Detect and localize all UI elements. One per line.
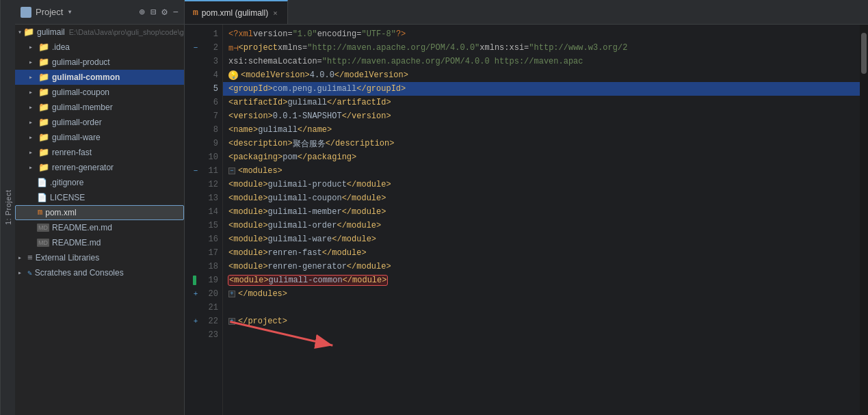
code-line-5: <groupId>com.peng.gulimall</groupId>: [223, 82, 860, 96]
sidebar-title: Project: [36, 7, 63, 17]
pom-label: pom.xml: [45, 208, 76, 217]
tab-label: pom.xml (gulimall): [202, 8, 268, 18]
tab-close-icon[interactable]: ×: [272, 8, 278, 18]
gutter-22: 22: [202, 317, 218, 326]
sidebar-item-renren-fast[interactable]: ▸ 📁 renren-fast: [15, 145, 184, 160]
editor-area: m pom.xml (gulimall) × 1 − 2 3 4: [185, 0, 868, 415]
scrollbar-thumb[interactable]: [861, 33, 867, 74]
folder-ware-icon: 📁: [38, 132, 49, 143]
gutter-mark-19: [193, 276, 196, 285]
idea-label: .idea: [52, 42, 70, 52]
sidebar-item-ext-libs[interactable]: ▸ ≡ External Libraries: [15, 250, 184, 265]
code-line-7: <version>0.0.1-SNAPSHOT</version>: [223, 109, 860, 123]
readme-label: README.md: [52, 238, 101, 247]
code-line-16: <module>gulimall-ware</module>: [223, 232, 860, 246]
code-line-8: <name>gulimall</name>: [223, 123, 860, 137]
code-line-13: <module>gulimall-coupon</module>: [223, 191, 860, 205]
sidebar-item-gulimail-product[interactable]: ▸ 📁 gulimail-product: [15, 55, 184, 70]
code-line-2: m⊣ <project xmlns="http://maven.apache.o…: [223, 41, 860, 55]
gutter-20: 20: [202, 289, 218, 299]
code-line-9: <description>聚合服务</description>: [223, 137, 860, 150]
code-line-18: <module>renren-generator</module>: [223, 260, 860, 273]
tab-bar: m pom.xml (gulimall) ×: [185, 0, 868, 25]
file-license-icon: 📄: [37, 193, 47, 203]
globe-icon[interactable]: ⊕: [139, 6, 144, 18]
code-editor[interactable]: 1 − 2 3 4 5 6 7: [185, 25, 868, 415]
code-line-6: <artifactId>gulimall</artifactId>: [223, 96, 860, 109]
folder-idea-icon: 📁: [38, 42, 49, 53]
sidebar-item-idea[interactable]: ▸ 📁 .idea: [15, 40, 184, 55]
code-line-10: <packaging>pom</packaging>: [223, 150, 860, 164]
ext-libs-label: External Libraries: [36, 253, 99, 263]
arrow-closed8-icon: ▸: [29, 148, 37, 157]
gutter-15: 15: [202, 221, 218, 230]
arrow-closed7-icon: ▸: [29, 133, 37, 142]
scrollbar-track[interactable]: [860, 25, 868, 415]
gutter-1: 1: [202, 29, 218, 39]
code-line-12: <module>gulimail-product</module>: [223, 178, 860, 191]
code-line-15: <module>gulimall-order</module>: [223, 219, 860, 232]
sidebar-item-gulimall-ware[interactable]: ▸ 📁 gulimall-ware: [15, 130, 184, 145]
code-line-20: + </modules>: [223, 287, 860, 301]
gutter-19: 19: [202, 276, 218, 285]
gutter-18: 18: [202, 262, 218, 271]
code-line-11: − <modules>: [223, 164, 860, 178]
gutter-5: 5: [202, 84, 218, 94]
sidebar-item-gulimall-coupon[interactable]: ▸ 📁 gulimall-coupon: [15, 85, 184, 100]
folder-gen-icon: 📁: [38, 162, 49, 173]
sidebar-item-gulimall-order[interactable]: ▸ 📁 gulimall-order: [15, 115, 184, 130]
folder-coupon-icon: 📁: [38, 87, 49, 98]
license-label: LICENSE: [50, 193, 85, 202]
sidebar-item-readme-en[interactable]: MD README.en.md: [15, 220, 184, 235]
arrow-closed6-icon: ▸: [29, 118, 37, 126]
code-line-4: 💡 <modelVersion>4.0.0</modelVersion>: [223, 68, 860, 82]
gutter-2: 2: [202, 43, 218, 53]
gutter-11: 11: [202, 166, 218, 176]
file-tree: ▾ 📁 gulimail E:\Data\Java\pro\guli_shop\…: [15, 25, 184, 415]
code-line-14: <module>gulimall-member</module>: [223, 205, 860, 219]
coupon-label: gulimall-coupon: [52, 88, 109, 97]
pom-icon: m: [38, 208, 42, 217]
folder-gulimail-icon: 📁: [23, 27, 34, 38]
file-git-icon: 📄: [37, 178, 47, 188]
sidebar-item-gulimail[interactable]: ▾ 📁 gulimail E:\Data\Java\pro\guli_shop\…: [15, 25, 184, 40]
dropdown-icon[interactable]: ▾: [67, 7, 72, 17]
sidebar-item-readme[interactable]: MD README.md: [15, 235, 184, 250]
settings-icon[interactable]: ⚙: [161, 6, 167, 18]
arrow-closed3-icon: ▸: [29, 73, 37, 81]
product-label: gulimail-product: [52, 57, 110, 67]
sidebar-header: Project ▾ ⊕ ⊟ ⚙ −: [15, 0, 184, 25]
code-line-17: <module>renren-fast</module>: [223, 246, 860, 260]
arrow-closed-icon: ▸: [29, 43, 37, 51]
sidebar-item-gulimall-common[interactable]: ▸ 📁 gulimall-common: [15, 70, 184, 85]
sidebar-item-gulimall-member[interactable]: ▸ 📁 gulimall-member: [15, 100, 184, 115]
split-icon[interactable]: ⊟: [150, 6, 156, 18]
arrow-scratch-icon: ▸: [18, 269, 26, 277]
gutter-14: 14: [202, 207, 218, 217]
arrow-open-icon: ▾: [18, 28, 22, 36]
sidebar-item-pom-xml[interactable]: m pom.xml: [15, 205, 184, 220]
gutter-21: 21: [202, 303, 218, 312]
minimize-icon[interactable]: −: [173, 7, 179, 18]
active-tab[interactable]: m pom.xml (gulimall) ×: [185, 0, 288, 24]
sidebar-item-scratches[interactable]: ▸ ✎ Scratches and Consoles: [15, 265, 184, 280]
md-en-icon: MD: [37, 224, 49, 232]
code-line-3: xsi:schemaLocation="http://maven.apache.…: [223, 55, 860, 68]
gutter-12: 12: [202, 180, 218, 189]
gutter-10: 10: [202, 152, 218, 162]
gen-label: renren-generator: [52, 163, 114, 172]
arrow-closed5-icon: ▸: [29, 103, 37, 111]
arrow-closed4-icon: ▸: [29, 88, 37, 96]
code-line-22: + </project>: [223, 314, 860, 328]
arrow-closed2-icon: ▸: [29, 58, 37, 66]
ware-label: gulimall-ware: [52, 133, 101, 142]
gutter-6: 6: [202, 98, 218, 107]
sidebar-item-license[interactable]: 📄 LICENSE: [15, 190, 184, 205]
line-numbers-gutter: 1 − 2 3 4 5 6 7: [185, 25, 223, 415]
sidebar-item-gitignore[interactable]: 📄 .gitignore: [15, 175, 184, 190]
gutter-16: 16: [202, 235, 218, 244]
folder-product-icon: 📁: [38, 57, 49, 68]
sidebar-item-renren-generator[interactable]: ▸ 📁 renren-generator: [15, 160, 184, 175]
folder-common-icon: 📁: [38, 72, 49, 83]
code-line-19: <module>gulimall-common</module>: [223, 273, 860, 287]
